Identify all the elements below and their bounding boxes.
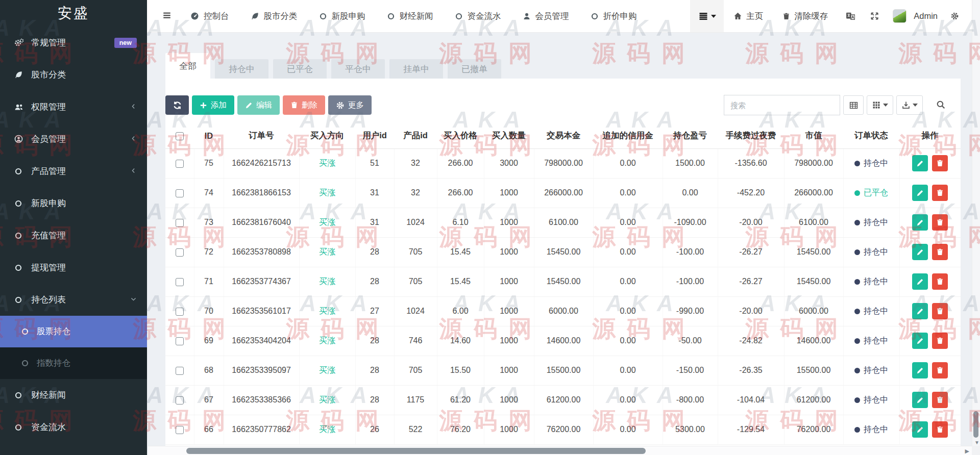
sidebar-item-permissions[interactable]: 权限管理 (0, 91, 147, 123)
toggle-view-button[interactable] (843, 95, 864, 115)
row-checkbox[interactable] (176, 189, 184, 197)
cell-user-id: 27 (355, 296, 394, 326)
edit-row-button[interactable] (912, 362, 928, 378)
delete-row-button[interactable] (932, 273, 948, 290)
tab-closing[interactable]: 平仓中 (331, 59, 385, 79)
edit-row-button[interactable] (912, 333, 928, 349)
column-header[interactable]: 市值 (784, 123, 843, 148)
toolbar-right (724, 95, 945, 115)
nav-item-market-category[interactable]: 股市分类 (240, 0, 308, 32)
row-checkbox[interactable] (176, 219, 184, 227)
edit-row-button[interactable] (912, 303, 928, 319)
tab-all[interactable]: 全部 (165, 53, 210, 79)
nav-item-members[interactable]: 会员管理 (512, 0, 580, 32)
delete-row-button[interactable] (932, 185, 948, 201)
avatar[interactable] (893, 9, 906, 23)
column-header[interactable]: 手续费过夜费 (718, 123, 784, 148)
vertical-scrollbar[interactable]: ▼ (972, 0, 980, 446)
nav-item-discount-subscribe[interactable]: 折价申购 (580, 0, 648, 32)
sidebar-item-stock-positions[interactable]: 股票持仓 (0, 316, 147, 347)
column-header[interactable]: 用户id (355, 123, 394, 148)
column-header[interactable]: 订单号 (224, 123, 299, 148)
sidebar-item-recharge[interactable]: 充值管理 (0, 219, 147, 251)
nav-item-new-stock-subscribe[interactable]: 新股申购 (308, 0, 376, 32)
select-all-checkbox[interactable] (176, 132, 184, 140)
vertical-scroll-thumb[interactable] (973, 411, 978, 438)
sidebar-item-products[interactable]: 产品管理 (0, 155, 147, 187)
edit-button[interactable]: 编辑 (237, 95, 280, 115)
clear-cache-link[interactable]: 清除缓存 (773, 0, 838, 32)
column-header[interactable]: 操作 (899, 123, 961, 148)
delete-row-button[interactable] (932, 244, 948, 260)
edit-row-button[interactable] (912, 244, 928, 260)
delete-row-button[interactable] (932, 362, 948, 378)
row-checkbox[interactable] (176, 337, 184, 345)
export-button[interactable] (896, 95, 923, 115)
edit-row-button[interactable] (912, 273, 928, 290)
column-header[interactable]: 持仓盈亏 (663, 123, 718, 148)
refresh-button[interactable] (165, 95, 189, 115)
row-checkbox[interactable] (176, 396, 184, 405)
horizontal-scroll-thumb[interactable] (186, 448, 646, 454)
delete-row-button[interactable] (932, 392, 948, 408)
sidebar-item-new-stock-subscribe[interactable]: 新股申购 (0, 187, 147, 219)
sidebar-item-general-settings[interactable]: 常规管理new (0, 27, 147, 59)
nav-item-fund-flow[interactable]: 资金流水 (444, 0, 512, 32)
search-button[interactable] (936, 100, 945, 111)
row-checkbox[interactable] (176, 248, 184, 257)
add-button[interactable]: 添加 (192, 95, 234, 115)
delete-row-button[interactable] (932, 155, 948, 171)
row-checkbox[interactable] (176, 160, 184, 168)
admin-username[interactable]: Admin (909, 11, 943, 21)
tab-closed[interactable]: 已平仓 (273, 59, 327, 79)
nav-item-finance-news[interactable]: 财经新闻 (376, 0, 444, 32)
nav-list-dropdown[interactable] (690, 0, 724, 32)
sidebar-item-positions[interactable]: 持仓列表 (0, 284, 147, 316)
column-header[interactable]: 订单状态 (843, 123, 899, 148)
cell-actions (899, 237, 961, 267)
column-header[interactable]: 产品id (394, 123, 437, 148)
edit-row-button[interactable] (912, 155, 928, 171)
delete-row-button[interactable] (932, 303, 948, 319)
sidebar-item-members[interactable]: 会员管理 (0, 123, 147, 155)
more-button[interactable]: 更多 (328, 95, 372, 115)
column-header[interactable]: 买入方向 (299, 123, 355, 148)
row-checkbox[interactable] (176, 278, 184, 286)
horizontal-scrollbar[interactable]: ▶ (148, 446, 972, 455)
column-header[interactable]: 买入数量 (484, 123, 534, 148)
column-header[interactable]: 买入价格 (437, 123, 484, 148)
tab-holding[interactable]: 持仓中 (215, 59, 268, 79)
nav-item-dashboard[interactable]: 控制台 (180, 0, 240, 32)
sidebar-item-index-positions[interactable]: 指数持仓 (0, 347, 147, 379)
delete-row-button[interactable] (932, 421, 948, 438)
edit-row-button[interactable] (912, 392, 928, 408)
column-header[interactable]: ID (194, 123, 224, 148)
sidebar-item-withdraw[interactable]: 提现管理 (0, 251, 147, 284)
settings-button[interactable] (943, 0, 967, 32)
row-checkbox[interactable] (176, 308, 184, 316)
translate-button[interactable] (838, 0, 863, 32)
column-header[interactable]: 交易本金 (534, 123, 593, 148)
edit-row-button[interactable] (912, 421, 928, 438)
select-all-header[interactable] (165, 123, 194, 148)
sidebar-item-finance-news[interactable]: 财经新闻 (0, 379, 147, 411)
home-link[interactable]: 主页 (724, 0, 773, 32)
delete-button[interactable]: 删除 (283, 95, 325, 115)
fullscreen-button[interactable] (863, 0, 887, 32)
cell-actions (899, 385, 961, 415)
edit-row-button[interactable] (912, 214, 928, 231)
columns-button[interactable] (867, 95, 893, 115)
column-header[interactable]: 追加的信用金 (593, 123, 663, 148)
row-checkbox[interactable] (176, 367, 184, 375)
search-input[interactable] (724, 95, 840, 115)
sidebar-item-fund-flow[interactable]: 资金流水 (0, 411, 147, 443)
delete-row-button[interactable] (932, 214, 948, 231)
row-checkbox[interactable] (176, 426, 184, 434)
cell-pnl: -100.00 (663, 267, 718, 296)
sidebar-toggle-button[interactable] (154, 0, 180, 32)
sidebar-item-market-category[interactable]: 股市分类 (0, 59, 147, 91)
edit-row-button[interactable] (912, 185, 928, 201)
delete-row-button[interactable] (932, 333, 948, 349)
tab-cancelled[interactable]: 已撤单 (448, 59, 501, 79)
tab-pending[interactable]: 挂单中 (389, 59, 443, 79)
